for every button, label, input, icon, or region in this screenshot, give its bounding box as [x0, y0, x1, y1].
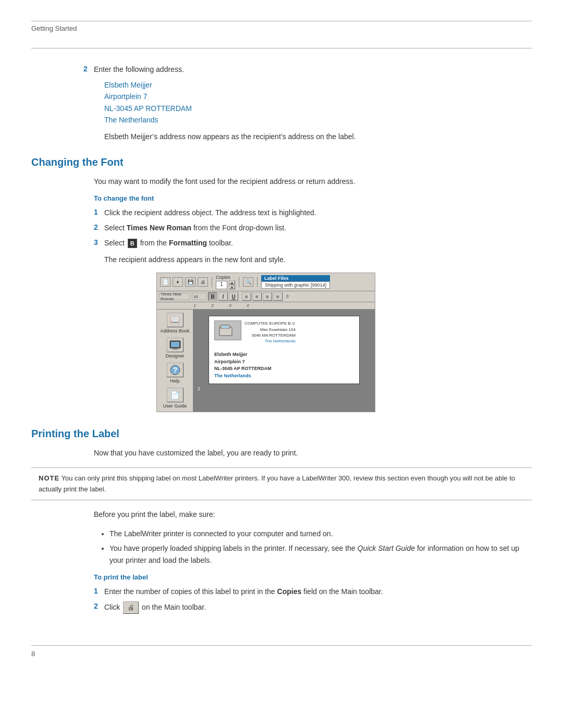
- font-step-3-text: Select B from the Formatting toolbar.: [104, 238, 233, 249]
- bullet-list: The LabelWriter printer is connected to …: [109, 528, 532, 566]
- tb-print-icon[interactable]: 🖨: [198, 277, 208, 287]
- user-guide-label: User Guide: [163, 403, 187, 409]
- label-preview: COMPUTEK EUROPE B.V. Max Euwelaan 104 30…: [209, 316, 360, 384]
- return-line-3: 3046 MA ROTTERDAM: [244, 332, 296, 338]
- recip-line-3: NL-3045 AP ROTTERDAM: [214, 365, 354, 373]
- font-size-dropdown[interactable]: 10: [192, 293, 206, 300]
- align-justify-button[interactable]: ≡: [273, 292, 283, 301]
- bold-icon-box: B: [128, 239, 137, 248]
- footer-page-number: 8: [31, 650, 35, 658]
- note-text: You can only print this shipping label o…: [39, 474, 515, 493]
- font-step-result: The recipient address appears in the new…: [104, 254, 532, 265]
- to-print-label-subheading: To print the label: [94, 573, 532, 581]
- address-line-1: Elsbeth Meijjer: [104, 79, 532, 91]
- sidebar-item-addressbook[interactable]: 📖 Address Book: [160, 313, 189, 334]
- tb-save-icon[interactable]: 💾: [185, 277, 195, 287]
- recip-line-2: Airportplein 7: [214, 359, 354, 366]
- return-line-1: COMPUTEK EUROPE B.V.: [244, 320, 296, 326]
- designer-label: Designer: [165, 353, 184, 359]
- step-2-text: Enter the following address.: [94, 64, 184, 75]
- special-char-btn[interactable]: fr: [286, 294, 289, 299]
- copies-section: Copies 1 ▲ ▼: [216, 275, 235, 289]
- note-label: NOTE: [39, 474, 59, 482]
- recipient-addr-text: Elsbeth Meijjer Airportplein 7 NL-3045 A…: [214, 351, 354, 379]
- font-step-1-text: Click the recipient address object. The …: [104, 207, 316, 218]
- align-right-button[interactable]: ≡: [263, 292, 272, 301]
- tb-divider-3: [257, 277, 258, 287]
- screenshot-canvas: COMPUTEK EUROPE B.V. Max Euwelaan 104 30…: [193, 310, 375, 412]
- return-line-4: The Netherlands: [244, 338, 296, 344]
- font-family-dropdown[interactable]: Times New Roman: [159, 293, 190, 300]
- font-step-1-row: 1 Click the recipient address object. Th…: [94, 207, 532, 218]
- copies-down[interactable]: ▼: [229, 285, 235, 289]
- changing-font-section: Changing the Font You may want to modify…: [31, 156, 532, 413]
- copies-bold: Copies: [277, 587, 302, 596]
- print-toolbar-icon: 🖨: [123, 601, 139, 614]
- step-2-row: 2 Enter the following address.: [83, 64, 532, 75]
- copies-up[interactable]: ▲: [229, 280, 235, 285]
- screenshot-format-bar: Times New Roman 10 B I U ≡ ≡ ≡ ≡ fr: [157, 291, 375, 302]
- return-addr-text: COMPUTEK EUROPE B.V. Max Euwelaan 104 30…: [244, 320, 296, 344]
- svg-rect-2: [173, 348, 177, 349]
- return-line-2: Max Euwelaan 104: [244, 327, 296, 332]
- recip-line-4: The Netherlands: [214, 373, 354, 380]
- address-line-4: The Netherlands: [104, 114, 532, 126]
- sidebar-item-userguide[interactable]: 📄 User Guide: [163, 388, 187, 409]
- svg-rect-8: [223, 326, 228, 328]
- address-book-icon: 📖: [167, 313, 183, 327]
- printing-before-text-area: Before you print the label, make sure: T…: [94, 509, 532, 614]
- font-step-2-bold: Times New Roman: [127, 224, 191, 232]
- header-row: Getting Started: [31, 24, 532, 32]
- font-step-1-num: 1: [94, 208, 104, 216]
- tb-new-icon[interactable]: 📄: [160, 277, 170, 287]
- sidebar-item-help[interactable]: ? Help: [167, 363, 183, 384]
- address-line-3: NL-3045 AP ROTTERDAM: [104, 103, 532, 114]
- printing-label-content: Now that you have customized the label, …: [94, 447, 532, 459]
- tb-open-icon[interactable]: ♦: [173, 277, 183, 287]
- help-icon: ?: [167, 363, 183, 377]
- bullet-item-2: You have properly loaded shipping labels…: [109, 542, 532, 566]
- screenshot-sidebar: 📖 Address Book Designer ?: [157, 310, 193, 412]
- changing-font-intro: You may want to modify the font used for…: [94, 176, 532, 187]
- recip-line-1: Elsbeth Meijjer: [214, 351, 354, 359]
- tb-divider-1: [212, 277, 212, 287]
- screenshot-toolbar: 📄 ♦ 💾 🖨 Copies 1 ▲ ▼: [157, 273, 375, 291]
- page-container: Getting Started 2 Enter the following ad…: [0, 0, 563, 689]
- copies-label: Copies: [216, 275, 235, 280]
- changing-font-heading: Changing the Font: [31, 156, 532, 168]
- address-block: Elsbeth Meijjer Airportplein 7 NL-3045 A…: [104, 79, 532, 126]
- font-step-3-row: 3 Select B from the Formatting toolbar.: [94, 238, 532, 249]
- changing-font-intro-area: You may want to modify the font used for…: [94, 176, 532, 413]
- font-step-2-row: 2 Select Times New Roman from the Font d…: [94, 223, 532, 233]
- step-2-num: 2: [83, 65, 94, 73]
- ruler-bar: 1' 2' 3' 4': [157, 302, 375, 310]
- align-center-button[interactable]: ≡: [252, 292, 262, 301]
- quick-start-guide-italic: Quick Start Guide: [358, 544, 415, 552]
- align-buttons: ≡ ≡ ≡ ≡: [242, 292, 283, 301]
- label-files-label: Label Files: [261, 275, 330, 281]
- svg-rect-1: [171, 342, 179, 347]
- sidebar-item-designer[interactable]: Designer: [165, 338, 184, 359]
- print-step-2-text: Click 🖨 on the Main toolbar.: [104, 601, 206, 614]
- designer-icon: [167, 338, 183, 352]
- print-step-1-text: Enter the number of copies of this label…: [104, 586, 383, 597]
- address-book-label: Address Book: [160, 328, 189, 334]
- underline-button[interactable]: U: [229, 292, 238, 301]
- align-left-button[interactable]: ≡: [242, 292, 251, 301]
- font-step-3-num: 3: [94, 238, 104, 246]
- label-files-section: Label Files Shipping with graphic [99014…: [261, 275, 330, 289]
- address-line-2: Airportplein 7: [104, 91, 532, 102]
- copies-controls: 1 ▲ ▼: [216, 280, 235, 289]
- svg-rect-3: [172, 349, 178, 350]
- header-rule: [31, 48, 532, 48]
- svg-text:?: ?: [173, 366, 177, 374]
- return-addr-area: COMPUTEK EUROPE B.V. Max Euwelaan 104 30…: [214, 320, 354, 347]
- copies-input[interactable]: 1: [216, 281, 227, 289]
- shipping-graphic: [214, 320, 241, 340]
- copies-stepper: ▲ ▼: [229, 280, 235, 289]
- tb-zoom-icon[interactable]: 🔍: [243, 277, 253, 287]
- user-guide-icon: 📄: [167, 388, 183, 402]
- label-files-value: Shipping with graphic [99014]: [261, 281, 330, 289]
- bold-button[interactable]: B: [208, 292, 217, 301]
- italic-button[interactable]: I: [218, 292, 228, 301]
